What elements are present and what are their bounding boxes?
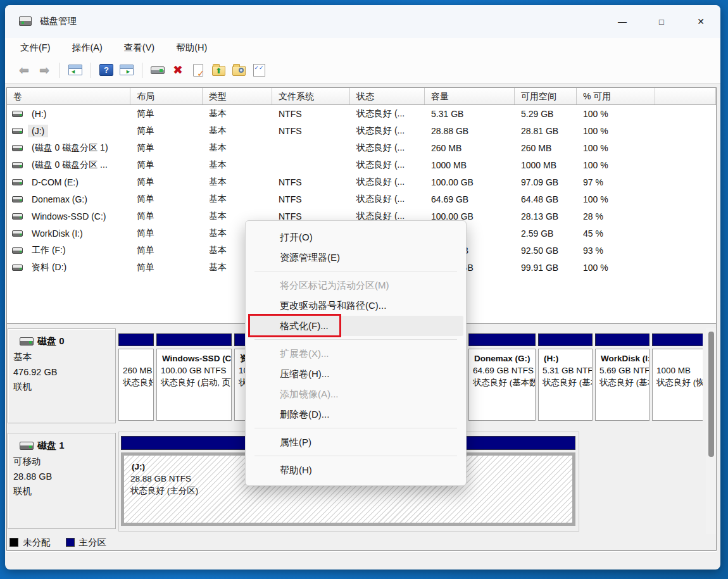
partition-status: 状态良好 (主分区) [130,485,566,497]
disk1-type: 可移动 [13,456,111,468]
partition-info: 260 MB [123,364,149,377]
options-icon[interactable]: ✓✓ [251,63,267,78]
volume-row[interactable]: (磁盘 0 磁盘分区 1)简单基本状态良好 (...260 MB260 MB10… [7,139,716,156]
menu-item-x: 扩展卷(X)... [248,344,463,364]
window-title: 磁盘管理 [40,15,77,27]
volume-row[interactable]: (H:)简单基本NTFS状态良好 (...5.31 GB5.29 GB100 % [7,105,716,122]
menu-item-e[interactable]: 资源管理器(E) [248,247,463,268]
menu-item-o[interactable]: 打开(O) [248,227,463,247]
volume-status-cell: 状态良好 (... [350,125,425,137]
volume-type-cell: 基本 [203,177,272,188]
volume-row[interactable]: D-COM (E:)简单基本NTFS状态良好 (...100.00 GB97.0… [7,173,716,190]
volume-drive-icon [12,179,23,185]
vertical-scrollbar[interactable] [706,328,716,534]
column-header-3[interactable]: 类型 [203,88,272,104]
show-action-pane-icon[interactable]: ► [118,63,135,78]
volume-capacity-cell: 5.31 GB [425,109,515,119]
menu-separator [254,428,457,428]
disk-icon [20,442,34,450]
volume-free-cell: 260 MB [515,143,577,153]
legend-item-1: 未分配 [9,537,51,549]
volume-free-cell: 5.29 GB [515,109,577,119]
forward-icon[interactable]: ➡ [36,63,53,78]
window-controls: —□✕ [603,5,720,38]
minimize-button[interactable]: — [603,5,642,38]
help-icon[interactable]: ? [98,63,115,78]
menubar-item-4[interactable]: 帮助(H) [168,39,215,56]
properties-icon[interactable]: ✓ [190,63,206,78]
column-header-2[interactable]: 布局 [130,88,203,104]
scrollbar-thumb[interactable] [708,332,714,457]
partition-name: (H:) [543,352,588,364]
partition-body: 1000 MB状态良好 (恢复分区) [652,349,703,421]
disk0-partition-6[interactable]: Donemax (G:)64.69 GB NTFS状态良好 (基本数据分区) [468,333,536,421]
menu-item-d[interactable]: 删除卷(D)... [248,404,463,425]
volume-name-cell: D-COM (E:) [7,176,130,189]
menu-item-h[interactable]: 压缩卷(H)... [248,364,463,384]
disk1-header[interactable]: 磁盘 1 可移动 28.88 GB 联机 [8,433,116,529]
menu-item-m: 将分区标记为活动分区(M) [248,275,463,296]
partition-band [156,333,232,346]
column-header-7[interactable]: 可用空间 [515,88,577,104]
column-header-1[interactable]: 卷 [7,88,130,104]
menu-item-c[interactable]: 更改驱动器号和路径(C)... [248,296,463,316]
maximize-button[interactable]: □ [642,5,681,38]
column-header-8[interactable]: % 可用 [577,88,655,104]
menubar: 文件(F)操作(A)查看(V)帮助(H) [5,38,720,57]
volume-drive-icon [12,162,23,168]
menu-item-p[interactable]: 属性(P) [248,432,463,452]
volume-name-cell: Donemax (G:) [7,193,130,206]
delete-icon[interactable]: ✖ [170,63,186,78]
partition-info: 1000 MB [656,364,703,377]
disk-icon [20,337,34,346]
menubar-item-1[interactable]: 文件(F) [13,39,58,56]
volume-layout-cell: 简单 [130,142,203,154]
rescan-disks-icon[interactable] [149,63,166,78]
find-folder-icon[interactable] [230,63,247,78]
disk0-partition-8[interactable]: WorkDisk (I:)5.69 GB NTFS状态良好 (基本数据分区) [595,333,650,421]
partition-name: Windows-SSD (C:) [161,352,227,364]
rescan-disks-icon [151,66,165,74]
disk0-partition-9[interactable]: 1000 MB状态良好 (恢复分区) [652,333,703,421]
volume-name-cell: 资料 (D:) [7,261,130,275]
volume-type-cell: 基本 [203,194,272,205]
volume-row[interactable]: (磁盘 0 磁盘分区 ...简单基本状态良好 (...1000 MB1000 M… [7,156,716,173]
disk1-size: 28.88 GB [13,471,111,482]
partition-band [538,333,593,346]
volume-name: Windows-SSD (C:) [28,210,110,223]
up-folder-icon[interactable]: ⬆ [210,63,227,78]
menu-item-h[interactable]: 帮助(H) [248,460,463,480]
show-console-tree-icon[interactable]: ◄ [67,63,84,78]
close-button[interactable]: ✕ [681,5,720,38]
help-icon: ? [99,64,113,76]
volume-row[interactable]: (J:)简单基本NTFS状态良好 (...28.88 GB28.81 GB100… [7,122,716,139]
disk0-partition-7[interactable]: (H:)5.31 GB NTFS状态良好 (基本数据分区) [538,333,593,421]
volume-drive-icon [12,265,23,271]
menu-separator [254,339,457,340]
legend-item-2: 主分区 [66,537,107,549]
show-console-tree-icon: ◄ [68,65,82,75]
volume-fs-cell: NTFS [272,177,350,187]
volume-drive-icon [12,230,23,237]
volume-capacity-cell: 28.88 GB [425,126,515,136]
volume-row[interactable]: Donemax (G:)简单基本NTFS状态良好 (...64.69 GB64.… [7,190,716,208]
volume-free-cell: 1000 MB [515,160,577,170]
column-header-4[interactable]: 文件系统 [272,88,350,104]
menu-item-f[interactable]: 格式化(F)... [248,316,463,336]
disk0-partition-2[interactable]: Windows-SSD (C:)100.00 GB NTFS状态良好 (启动, … [156,333,232,421]
column-header-5[interactable]: 状态 [350,88,425,104]
back-icon[interactable]: ⬅ [16,63,32,78]
menubar-item-2[interactable]: 操作(A) [65,39,110,56]
partition-band [468,333,536,346]
partition-name: Donemax (G:) [473,352,531,364]
delete-icon: ✖ [173,64,183,77]
volume-pct-cell: 100 % [577,160,655,170]
volume-drive-icon [12,213,23,220]
volume-name: WorkDisk (I:) [28,227,87,240]
disk1-name: 磁盘 1 [37,440,65,452]
disk0-header[interactable]: 磁盘 0 基本 476.92 GB 联机 [8,328,116,423]
disk0-partition-1[interactable]: 260 MB状态良好 ( [118,333,154,421]
volume-drive-icon [12,196,23,202]
column-header-6[interactable]: 容量 [425,88,515,104]
menubar-item-3[interactable]: 查看(V) [116,39,162,56]
